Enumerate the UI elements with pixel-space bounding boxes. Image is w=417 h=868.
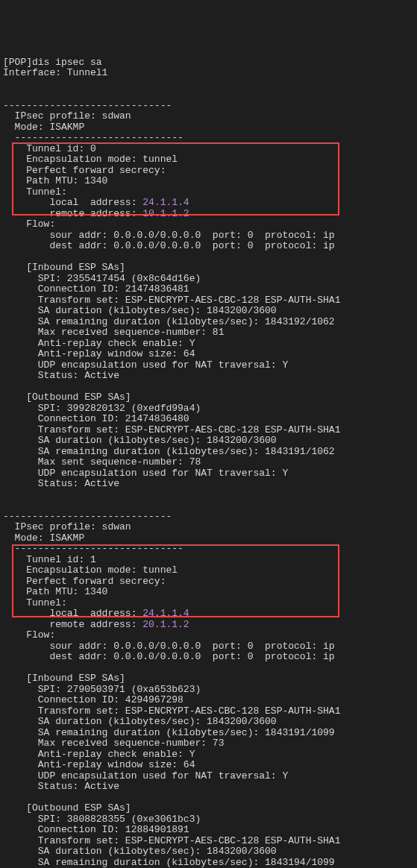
status: Status: Active — [3, 781, 119, 792]
encapsulation-mode: Encapsulation mode: tunnel — [3, 564, 178, 576]
sa-remaining: SA remaining duration (kilobytes/sec): 1… — [3, 727, 335, 738]
inbound-esp-header: [Inbound ESP SAs] — [3, 262, 125, 273]
sa-duration: SA duration (kilobytes/sec): 1843200/360… — [3, 846, 277, 857]
status: Status: Active — [3, 370, 119, 381]
anti-replay-check: Anti-replay check enable: Y — [3, 749, 195, 760]
path-mtu: Path MTU: 1340 — [3, 175, 107, 186]
tunnel-header: Tunnel: — [3, 186, 67, 198]
tunnel-header: Tunnel: — [3, 597, 67, 608]
terminal-output: [POP]dis ipsec sa Interface: Tunnel1 ---… — [3, 46, 414, 868]
encapsulation-mode: Encapsulation mode: tunnel — [3, 154, 178, 165]
flow-header: Flow: — [3, 218, 55, 230]
ipsec-profile: IPsec profile: sdwan — [3, 521, 131, 532]
pfs: Perfect forward secrecy: — [3, 576, 166, 587]
pfs: Perfect forward secrecy: — [3, 165, 166, 176]
interface-line: Interface: Tunnel1 — [3, 67, 107, 78]
flow-header: Flow: — [3, 629, 55, 641]
remote-address-value: 20.1.1.2 — [137, 619, 189, 630]
ipsec-profile: IPsec profile: sdwan — [3, 110, 131, 122]
local-address-value: 24.1.1.4 — [137, 608, 189, 619]
sa-remaining: SA remaining duration (kilobytes/sec): 1… — [3, 857, 335, 868]
separator: ----------------------------- — [3, 543, 184, 554]
sa-remaining: SA remaining duration (kilobytes/sec): 1… — [3, 316, 335, 327]
max-received-seq: Max received sequence-number: 81 — [3, 327, 224, 338]
sa-duration: SA duration (kilobytes/sec): 1843200/360… — [3, 716, 277, 727]
transform-set: Transform set: ESP-ENCRYPT-AES-CBC-128 E… — [3, 835, 340, 846]
transform-set: Transform set: ESP-ENCRYPT-AES-CBC-128 E… — [3, 295, 340, 306]
max-sent-seq: Max sent sequence-number: 78 — [3, 456, 201, 468]
status: Status: Active — [3, 478, 119, 489]
outbound-esp-header: [Outbound ESP SAs] — [3, 802, 131, 814]
anti-replay-window: Anti-replay window size: 64 — [3, 348, 195, 359]
separator: ----------------------------- — [3, 511, 172, 522]
local-address-value: 24.1.1.4 — [137, 197, 189, 208]
inbound-esp-header: [Inbound ESP SAs] — [3, 673, 125, 684]
connection-id: Connection ID: 4294967298 — [3, 694, 184, 705]
local-address-label: local address: — [3, 608, 137, 619]
sa-duration: SA duration (kilobytes/sec): 1843200/360… — [3, 305, 277, 316]
mode: Mode: ISAKMP — [3, 532, 84, 544]
sa-duration: SA duration (kilobytes/sec): 1843200/360… — [3, 435, 277, 446]
separator: ----------------------------- — [3, 132, 184, 143]
command-line[interactable]: [POP]dis ipsec sa — [3, 57, 102, 68]
connection-id: Connection ID: 12884901891 — [3, 824, 189, 835]
anti-replay-check: Anti-replay check enable: Y — [3, 338, 195, 349]
connection-id: Connection ID: 21474836481 — [3, 283, 189, 295]
outbound-esp-header: [Outbound ESP SAs] — [3, 391, 131, 403]
dest-addr: dest addr: 0.0.0.0/0.0.0.0 port: 0 proto… — [3, 240, 335, 251]
separator: ----------------------------- — [3, 100, 172, 111]
remote-address-label: remote address: — [3, 619, 137, 630]
remote-address-value: 10.1.1.2 — [137, 208, 189, 219]
transform-set: Transform set: ESP-ENCRYPT-AES-CBC-128 E… — [3, 705, 340, 717]
spi: SPI: 3992820132 (0xedfd99a4) — [3, 403, 201, 414]
transform-set: Transform set: ESP-ENCRYPT-AES-CBC-128 E… — [3, 424, 340, 435]
anti-replay-window: Anti-replay window size: 64 — [3, 759, 195, 770]
path-mtu: Path MTU: 1340 — [3, 586, 107, 597]
tunnel-id: Tunnel id: 1 — [3, 554, 96, 565]
udp-nat: UDP encapsulation used for NAT traversal… — [3, 359, 288, 371]
spi: SPI: 2790503971 (0xa653b623) — [3, 684, 201, 695]
udp-nat: UDP encapsulation used for NAT traversal… — [3, 468, 288, 479]
sour-addr: sour addr: 0.0.0.0/0.0.0.0 port: 0 proto… — [3, 641, 335, 652]
udp-nat: UDP encapsulation used for NAT traversal… — [3, 770, 288, 781]
spi: SPI: 3808828355 (0xe3061bc3) — [3, 814, 201, 825]
sa-remaining: SA remaining duration (kilobytes/sec): 1… — [3, 446, 335, 457]
max-received-seq: Max received sequence-number: 73 — [3, 738, 224, 749]
dest-addr: dest addr: 0.0.0.0/0.0.0.0 port: 0 proto… — [3, 651, 335, 662]
spi: SPI: 2355417454 (0x8c64d16e) — [3, 273, 201, 284]
sour-addr: sour addr: 0.0.0.0/0.0.0.0 port: 0 proto… — [3, 230, 335, 241]
connection-id: Connection ID: 21474836480 — [3, 413, 189, 424]
remote-address-label: remote address: — [3, 208, 137, 219]
local-address-label: local address: — [3, 197, 137, 208]
tunnel-id: Tunnel id: 0 — [3, 143, 96, 154]
mode: Mode: ISAKMP — [3, 122, 84, 133]
